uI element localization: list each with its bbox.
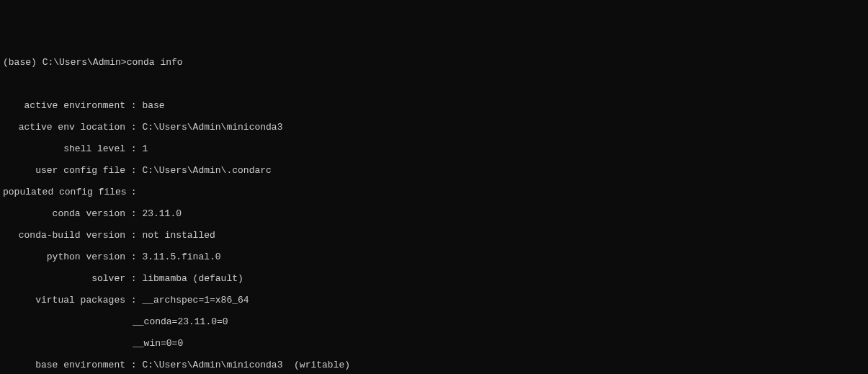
separator: : <box>125 273 142 284</box>
value: C:\Users\Admin\miniconda3 <box>142 122 282 133</box>
prompt-command: conda info <box>127 57 183 68</box>
label: solver <box>3 273 125 284</box>
value: C:\Users\Admin\miniconda3 (writable) <box>142 360 350 370</box>
label: active environment <box>3 100 125 111</box>
label: user config file <box>3 165 125 176</box>
label: virtual packages <box>3 295 125 306</box>
separator: : <box>125 230 142 241</box>
row-user-config-file: user config file : C:\Users\Admin\.conda… <box>3 165 865 176</box>
blank-line <box>3 79 865 89</box>
value: __win=0=0 <box>133 338 183 349</box>
value: 23.11.0 <box>142 208 182 219</box>
prompt-line: (base) C:\Users\Admin>conda info <box>3 57 865 68</box>
row-conda-build-version: conda-build version : not installed <box>3 230 865 241</box>
label: conda version <box>3 208 125 219</box>
label: conda-build version <box>3 230 125 241</box>
row-base-environment: base environment : C:\Users\Admin\minico… <box>3 360 865 370</box>
value: C:\Users\Admin\.condarc <box>142 165 271 176</box>
value: 3.11.5.final.0 <box>142 251 220 262</box>
label: active env location <box>3 122 125 133</box>
value: __archspec=1=x86_64 <box>142 295 249 306</box>
separator: : <box>125 360 142 370</box>
separator: : <box>125 122 142 133</box>
label: populated config files <box>3 187 125 197</box>
label: shell level <box>3 143 125 154</box>
value: libmamba (default) <box>142 273 243 284</box>
row-solver: solver : libmamba (default) <box>3 273 865 284</box>
prompt-path: C:\Users\Admin> <box>42 57 127 68</box>
separator: : <box>125 251 142 262</box>
row-shell-level: shell level : 1 <box>3 143 865 154</box>
row-active-environment: active environment : base <box>3 100 865 111</box>
row-populated-config-files: populated config files : <box>3 187 865 197</box>
separator: : <box>125 165 142 176</box>
separator: : <box>125 143 142 154</box>
separator: : <box>125 187 137 197</box>
row-conda-version: conda version : 23.11.0 <box>3 208 865 219</box>
row-virtual-packages: virtual packages : __archspec=1=x86_64 <box>3 295 865 306</box>
value: __conda=23.11.0=0 <box>133 316 228 327</box>
label: python version <box>3 251 125 262</box>
row-virtual-packages-cont: __conda=23.11.0=0 <box>3 316 865 327</box>
separator: : <box>125 100 142 111</box>
value: base <box>142 100 164 111</box>
prompt-env: (base) <box>3 57 37 68</box>
separator: : <box>125 208 142 219</box>
separator: : <box>125 295 142 306</box>
terminal-output[interactable]: (base) C:\Users\Admin>conda info active … <box>3 46 865 374</box>
value: not installed <box>142 230 215 241</box>
row-active-env-location: active env location : C:\Users\Admin\min… <box>3 122 865 133</box>
row-virtual-packages-cont: __win=0=0 <box>3 338 865 349</box>
value: 1 <box>142 143 148 154</box>
label: base environment <box>3 360 125 370</box>
row-python-version: python version : 3.11.5.final.0 <box>3 251 865 262</box>
